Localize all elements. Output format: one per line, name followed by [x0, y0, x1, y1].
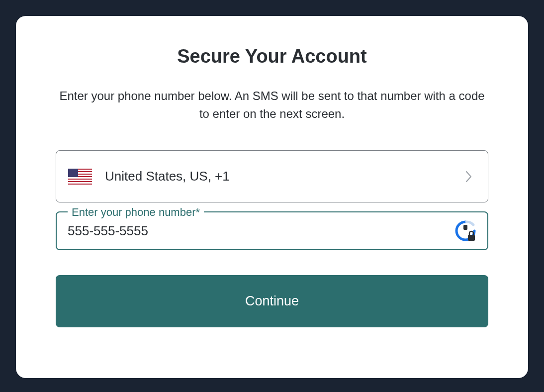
page-title: Secure Your Account: [56, 46, 488, 67]
phone-field-wrapper: Enter your phone number*: [56, 211, 488, 250]
country-label: United States, US, +1: [105, 169, 465, 184]
svg-rect-0: [463, 225, 467, 230]
country-selector[interactable]: United States, US, +1: [56, 150, 488, 202]
account-security-card: Secure Your Account Enter your phone num…: [16, 16, 528, 378]
svg-rect-1: [468, 235, 475, 241]
chevron-right-icon: [465, 170, 473, 183]
phone-input[interactable]: [68, 223, 454, 239]
flag-us-icon: [68, 169, 92, 185]
password-manager-icon[interactable]: [454, 220, 476, 242]
page-description: Enter your phone number below. An SMS wi…: [56, 87, 488, 123]
continue-button[interactable]: Continue: [56, 275, 488, 327]
phone-field-legend: Enter your phone number*: [68, 206, 204, 219]
